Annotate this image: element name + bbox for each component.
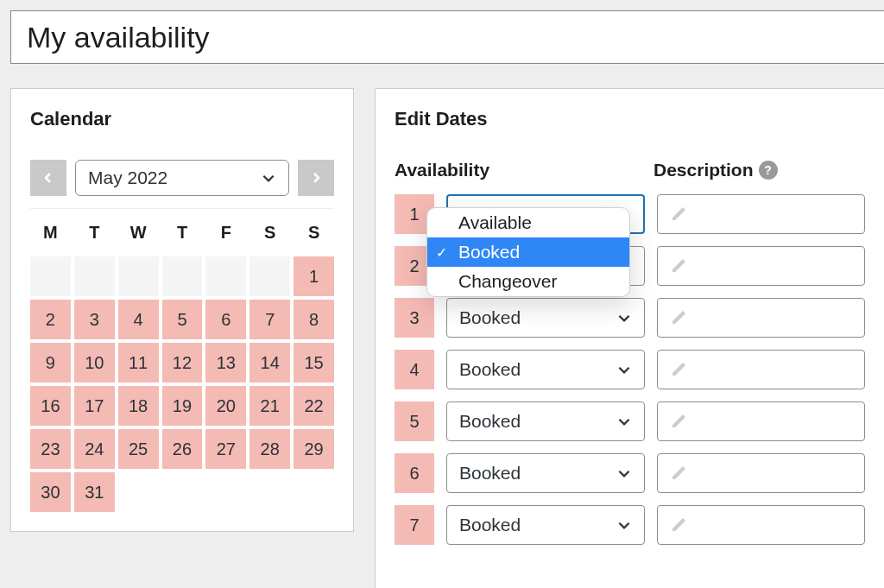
description-input[interactable] bbox=[657, 453, 865, 493]
availability-select[interactable]: Booked bbox=[446, 453, 645, 493]
calendar-day[interactable]: 11 bbox=[118, 343, 159, 383]
calendar-day-empty bbox=[205, 256, 246, 296]
pencil-icon bbox=[670, 516, 687, 534]
edit-row: 7Booked bbox=[395, 505, 865, 545]
calendar-day[interactable]: 31 bbox=[74, 472, 115, 512]
calendar-day[interactable]: 30 bbox=[30, 472, 71, 512]
availability-column-header: Availability bbox=[395, 160, 654, 180]
calendar-day[interactable]: 6 bbox=[205, 300, 246, 339]
availability-select[interactable]: Booked bbox=[446, 298, 645, 338]
chevron-down-icon bbox=[616, 362, 632, 377]
calendar-day[interactable]: 26 bbox=[162, 429, 203, 469]
availability-value: Booked bbox=[459, 515, 521, 535]
edit-header: Availability Description ? bbox=[395, 160, 865, 180]
calendar-day[interactable]: 10 bbox=[74, 343, 115, 383]
chevron-down-icon bbox=[616, 517, 632, 533]
availability-value: Booked bbox=[459, 307, 521, 328]
description-input[interactable] bbox=[657, 298, 865, 338]
dow-header: S bbox=[249, 218, 290, 253]
calendar-day[interactable]: 17 bbox=[74, 386, 115, 426]
calendar-day[interactable]: 22 bbox=[294, 386, 334, 426]
calendar-day[interactable]: 9 bbox=[30, 343, 71, 383]
calendar-grid: MTWTFSS123456789101112131415161718192021… bbox=[30, 218, 334, 512]
edit-row: 4Booked bbox=[395, 350, 865, 389]
calendar-day-empty bbox=[74, 256, 115, 296]
day-badge: 4 bbox=[395, 350, 434, 389]
dow-header: T bbox=[74, 218, 115, 253]
title-input[interactable] bbox=[10, 10, 884, 64]
chevron-right-icon bbox=[309, 171, 323, 185]
description-input[interactable] bbox=[657, 505, 865, 545]
dow-header: M bbox=[30, 218, 71, 253]
calendar-day[interactable]: 25 bbox=[118, 429, 159, 469]
pencil-icon bbox=[670, 465, 687, 482]
calendar-day[interactable]: 24 bbox=[74, 429, 115, 469]
chevron-down-icon bbox=[616, 465, 632, 481]
description-label: Description bbox=[654, 160, 754, 180]
month-select[interactable]: May 2022 bbox=[75, 160, 289, 196]
description-input[interactable] bbox=[657, 350, 865, 389]
calendar-day[interactable]: 16 bbox=[30, 386, 71, 426]
calendar-day[interactable]: 12 bbox=[162, 343, 203, 383]
calendar-day[interactable]: 19 bbox=[162, 386, 203, 426]
calendar-day[interactable]: 14 bbox=[249, 343, 290, 383]
dropdown-option[interactable]: Changeover bbox=[427, 267, 629, 296]
calendar-day[interactable]: 18 bbox=[118, 386, 159, 426]
pencil-icon bbox=[670, 413, 687, 430]
dow-header: T bbox=[162, 218, 203, 253]
chevron-left-icon bbox=[41, 171, 55, 185]
calendar-title: Calendar bbox=[30, 108, 334, 130]
availability-dropdown[interactable]: Available✓BookedChangeover bbox=[426, 207, 630, 297]
chevron-down-icon bbox=[616, 414, 632, 429]
edit-row: 6Booked bbox=[395, 453, 865, 493]
dow-header: S bbox=[294, 218, 334, 253]
edit-row: 5Booked bbox=[395, 401, 865, 441]
help-icon[interactable]: ? bbox=[759, 161, 778, 180]
availability-value: Booked bbox=[459, 359, 521, 380]
calendar-day[interactable]: 21 bbox=[249, 386, 290, 426]
calendar-day[interactable]: 29 bbox=[294, 429, 334, 469]
next-month-button[interactable] bbox=[298, 160, 334, 196]
dropdown-option[interactable]: Available bbox=[427, 208, 629, 237]
availability-value: Booked bbox=[459, 463, 521, 484]
calendar-day[interactable]: 3 bbox=[74, 300, 115, 339]
calendar-day[interactable]: 20 bbox=[205, 386, 246, 426]
day-badge: 5 bbox=[395, 401, 434, 441]
calendar-day[interactable]: 4 bbox=[118, 300, 159, 339]
calendar-day[interactable]: 7 bbox=[249, 300, 290, 339]
day-badge: 7 bbox=[395, 505, 434, 545]
option-label: Booked bbox=[458, 242, 520, 262]
chevron-down-icon bbox=[616, 310, 632, 326]
pencil-icon bbox=[670, 361, 687, 378]
check-icon: ✓ bbox=[436, 244, 447, 261]
prev-month-button[interactable] bbox=[30, 160, 66, 196]
calendar-day[interactable]: 13 bbox=[205, 343, 246, 383]
description-input[interactable] bbox=[657, 401, 865, 441]
calendar-day[interactable]: 28 bbox=[249, 429, 290, 469]
calendar-panel: Calendar May 2022 MTWTFSS123456789101112… bbox=[10, 88, 354, 532]
availability-select[interactable]: Booked bbox=[446, 401, 645, 441]
dropdown-option[interactable]: ✓Booked bbox=[427, 237, 629, 267]
dow-header: F bbox=[205, 218, 246, 253]
calendar-day[interactable]: 1 bbox=[294, 256, 334, 296]
calendar-day[interactable]: 8 bbox=[294, 300, 334, 339]
description-input[interactable] bbox=[657, 194, 865, 234]
calendar-day[interactable]: 23 bbox=[30, 429, 71, 469]
pencil-icon bbox=[670, 257, 687, 275]
calendar-day-empty bbox=[249, 256, 290, 296]
edit-row: 3Booked bbox=[395, 298, 865, 338]
pencil-icon bbox=[670, 205, 687, 223]
calendar-day-empty bbox=[30, 256, 71, 296]
day-badge: 6 bbox=[395, 453, 434, 493]
availability-select[interactable]: Booked bbox=[446, 350, 645, 389]
description-input[interactable] bbox=[657, 246, 865, 286]
calendar-day-empty bbox=[162, 256, 203, 296]
availability-select[interactable]: Booked bbox=[446, 505, 645, 545]
month-label: May 2022 bbox=[88, 168, 167, 188]
calendar-day[interactable]: 27 bbox=[205, 429, 246, 469]
calendar-day[interactable]: 2 bbox=[30, 300, 71, 339]
calendar-day[interactable]: 5 bbox=[162, 300, 203, 339]
dow-header: W bbox=[118, 218, 159, 253]
description-column-header: Description ? bbox=[654, 160, 778, 180]
calendar-day[interactable]: 15 bbox=[294, 343, 334, 383]
